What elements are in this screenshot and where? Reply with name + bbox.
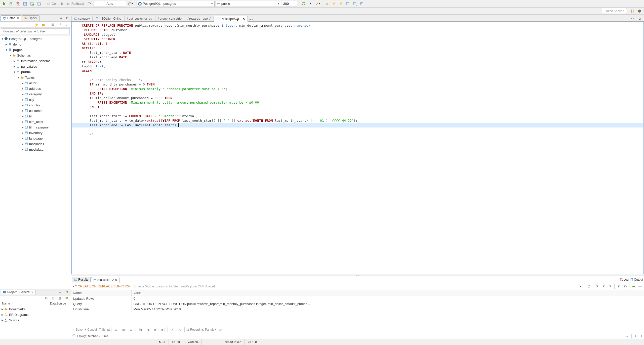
export-icon[interactable]: ⇥ xyxy=(624,333,630,339)
collapse-icon[interactable]: ⊟ xyxy=(50,22,56,28)
execute-icon[interactable]: ⚡ xyxy=(331,1,337,7)
script-button[interactable]: Script xyxy=(98,328,110,331)
save-button[interactable]: ✓Save xyxy=(72,328,83,331)
tree-table[interactable]: ▶country xyxy=(0,102,71,108)
project-tree[interactable]: ▶Bookmarks ▶ER Diagrams ▶Scripts xyxy=(0,306,71,339)
editor-tab-active[interactable]: *<PostgreSQL -✕ xyxy=(214,16,248,22)
tree-table[interactable]: ▶customer xyxy=(0,108,71,113)
table-row[interactable]: QueryCREATE OR REPLACE FUNCTION public.r… xyxy=(71,301,644,307)
tree-connection[interactable]: ▼PostgreSQL - postgres xyxy=(0,36,71,41)
tab-projects[interactable]: Проек xyxy=(22,15,39,21)
editor-tab[interactable]: frewards_report( xyxy=(185,16,213,21)
commit-mode-combo[interactable]: Auto xyxy=(94,1,126,7)
connect-icon[interactable]: ⚡ xyxy=(33,22,39,28)
settings-icon[interactable]: ⚙▾ xyxy=(218,327,224,333)
add-row-icon[interactable]: ⊞ xyxy=(113,327,119,333)
dropdown-icon[interactable]: ▼ xyxy=(578,283,584,289)
first-icon[interactable]: |◀ xyxy=(137,327,143,333)
record-button[interactable]: Record xyxy=(186,328,200,331)
database-combo[interactable]: PostgreSQL - postgres▼ xyxy=(137,1,215,7)
tab-project[interactable]: Project - General✕ xyxy=(1,290,35,294)
forward-icon[interactable]: ➡▾ xyxy=(637,283,643,289)
filter-icon[interactable]: ▼ xyxy=(607,283,613,289)
output-button[interactable]: Output xyxy=(630,278,643,281)
close-icon[interactable]: ✕ xyxy=(17,17,19,20)
schema-combo[interactable]: public▼ xyxy=(216,1,281,7)
sql-code[interactable]: CREATE OR REPLACE FUNCTION public.reward… xyxy=(72,22,643,138)
editor-tab[interactable]: category xyxy=(71,16,93,21)
tree-schema[interactable]: ▶pg_catalog xyxy=(0,64,71,69)
link-editor-icon[interactable]: ⇄ xyxy=(57,22,63,28)
tree-table[interactable]: ▶address xyxy=(0,86,71,91)
commit-button[interactable]: Commit xyxy=(46,1,64,7)
open-folder-icon[interactable] xyxy=(40,22,46,28)
database-tree[interactable]: ▼PostgreSQL - postgres ▶demo ▼pagila ▼Sc… xyxy=(0,35,71,289)
new-tab-icon[interactable] xyxy=(345,1,351,7)
sql-editor-recent-icon[interactable] xyxy=(29,1,35,7)
connect-icon[interactable] xyxy=(8,1,14,7)
history-icon[interactable]: ▾ xyxy=(127,1,133,7)
log-button[interactable]: Log xyxy=(620,278,629,281)
edit-icon[interactable]: ▾ xyxy=(314,1,320,7)
tree-table[interactable]: ▶mockada1 xyxy=(0,141,71,147)
minimize-icon[interactable]: ▭ xyxy=(629,15,635,21)
new-connection-icon[interactable] xyxy=(1,1,7,7)
expand-icon[interactable]: ⤢ xyxy=(169,327,175,333)
tree-bookmarks[interactable]: ▶Bookmarks xyxy=(0,306,71,312)
overflow-icon[interactable]: » xyxy=(249,17,251,21)
tree-table[interactable]: ▶film_actor xyxy=(0,119,71,124)
filter-icon[interactable]: ▼ xyxy=(601,283,607,289)
editor-tab[interactable]: fgroup_concat(te xyxy=(155,16,184,21)
back-icon[interactable]: ⬅ xyxy=(630,283,636,289)
close-icon[interactable]: ✕ xyxy=(31,290,34,294)
settings-icon[interactable]: ⚙ xyxy=(43,295,49,301)
tree-table[interactable]: ▶film xyxy=(0,113,71,119)
tree-table[interactable]: ▶category xyxy=(0,91,71,97)
table-row[interactable]: Finish timeMon Mar 05 14:22:39 MSK 2018 xyxy=(71,307,644,312)
collapse-icon[interactable]: ⤡ xyxy=(177,327,183,333)
maximize-icon[interactable]: ◻ xyxy=(64,15,70,21)
cancel-button[interactable]: ✕Cancel xyxy=(84,328,97,331)
rollback-button[interactable]: Rollback xyxy=(65,1,86,7)
dbeaver-icon[interactable] xyxy=(636,8,642,14)
editor-tab[interactable]: <SQLite - Chino xyxy=(93,16,124,21)
delete-row-icon[interactable]: ⊟ xyxy=(128,327,134,333)
execute-script-icon[interactable]: ⚡ xyxy=(338,1,344,7)
duplicate-row-icon[interactable]: ⊞ xyxy=(120,327,127,333)
tree-table[interactable]: ▶language xyxy=(0,136,71,141)
tab-results[interactable]: Results xyxy=(72,277,91,282)
maximize-icon[interactable]: ◻ xyxy=(636,15,642,21)
stop-icon[interactable]: ▾ xyxy=(307,1,313,7)
collapse-all-icon[interactable]: ⊟ xyxy=(50,295,56,301)
filter-settings-icon[interactable]: ▼▾ xyxy=(622,283,628,289)
transaction-mode-icon[interactable]: T▾ xyxy=(87,1,93,7)
filter-icon[interactable]: ▼ xyxy=(616,283,622,289)
last-icon[interactable]: ▶| xyxy=(160,327,166,333)
column-name[interactable]: Name xyxy=(71,290,131,296)
column-value[interactable]: Value xyxy=(131,290,644,296)
tab-statistics[interactable]: Statistics - 2✕ xyxy=(91,277,119,283)
editor-tab[interactable]: fget_customer_ba xyxy=(124,16,155,21)
apply-filter-icon[interactable] xyxy=(586,283,592,289)
refresh-icon[interactable]: ↻ xyxy=(633,333,639,339)
next-icon[interactable]: ▶ xyxy=(152,327,158,333)
tree-database[interactable]: ▶demo xyxy=(0,41,71,47)
sql-editor[interactable]: CREATE OR REPLACE FUNCTION public.reward… xyxy=(71,22,643,274)
tree-schema-active[interactable]: ▼public xyxy=(0,69,71,75)
result-limit-input[interactable] xyxy=(282,1,297,7)
minimize-icon[interactable]: ▭ xyxy=(58,15,64,21)
table-row[interactable]: Updated Rows0 xyxy=(71,296,644,301)
minimize-icon[interactable]: ▭ xyxy=(57,289,63,295)
tree-table[interactable]: ▶inventory xyxy=(0,130,71,136)
tab-database-navigator[interactable]: Datab✕ xyxy=(1,15,21,21)
tree-table[interactable]: ▶film_category xyxy=(0,124,71,130)
tree-tables-folder[interactable]: ▼Tables xyxy=(0,75,71,80)
tree-er-diagrams[interactable]: ▶ER Diagrams xyxy=(0,312,71,317)
new-sql-icon[interactable] xyxy=(36,1,42,7)
prev-icon[interactable]: ◀ xyxy=(145,327,151,333)
tree-table[interactable]: ▶mockdata xyxy=(0,147,71,152)
disconnect-icon[interactable] xyxy=(15,1,21,7)
tree-schema[interactable]: ▶information_schema xyxy=(0,58,71,64)
tree-database-active[interactable]: ▼pagila xyxy=(0,47,71,53)
tree-table[interactable]: ▶actor xyxy=(0,80,71,86)
